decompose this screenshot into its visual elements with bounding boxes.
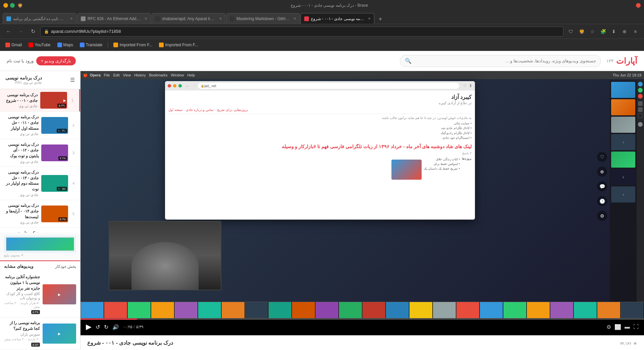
thumb-5[interactable] bbox=[198, 302, 221, 318]
menu-icon[interactable]: ≡ bbox=[631, 27, 640, 36]
playlist-ep-title-3: درک برنامه نویسی جادی - ۰۱۲ - آی پایتون … bbox=[4, 142, 39, 159]
inner-site-nav: پروژه‌هایی برای تفریح تماس و درباره جادی… bbox=[168, 108, 472, 112]
forward-button[interactable]: → bbox=[16, 27, 25, 36]
volume-button[interactable]: 🔊 bbox=[112, 324, 119, 330]
playlist-item-6[interactable]: 6 درک برنامه نویسی رسایی، جادی، هاه - دس… bbox=[0, 228, 80, 233]
thumb-12[interactable] bbox=[362, 302, 386, 318]
thumb-3[interactable] bbox=[151, 302, 174, 318]
thumb-19[interactable] bbox=[527, 302, 550, 318]
bookmark-imported-1[interactable]: Imported From F... bbox=[112, 42, 154, 48]
comment-icon[interactable]: 💬 bbox=[597, 181, 607, 191]
download-icon[interactable]: ⬇ bbox=[609, 27, 619, 36]
tab-close-tab1[interactable]: ✕ bbox=[70, 17, 73, 20]
bookmark-imported-2[interactable]: Imported From F... bbox=[158, 42, 199, 48]
thumb-20[interactable] bbox=[550, 302, 574, 318]
playlist-menu-icon[interactable]: ☰ bbox=[70, 77, 75, 83]
bookmark-gmail[interactable]: Gmail bbox=[4, 42, 23, 48]
save-later-icon[interactable]: 🕐 bbox=[597, 196, 607, 206]
reload-button[interactable]: ↻ bbox=[28, 27, 38, 36]
tab-tab1[interactable]: آموزش تایپ ده انگشتی برای برنامه✕ bbox=[3, 13, 76, 24]
thumb-8[interactable] bbox=[268, 302, 292, 318]
user-count: ۱۲۳ bbox=[606, 58, 613, 63]
bookmark-youtube[interactable]: YouTube bbox=[27, 42, 52, 48]
playlist-item-4[interactable]: 4 ۱۰:۵۸ درک برنامه نویسی جادی - ۰۱۳ - حل… bbox=[0, 167, 80, 200]
address-bar[interactable]: 🔒 aparat.com/v/r9MUu?playlist=71858 bbox=[40, 26, 564, 37]
thumb-14[interactable] bbox=[409, 302, 433, 318]
tab-close-tab3[interactable]: ✕ bbox=[219, 17, 222, 20]
close-button[interactable] bbox=[636, 3, 641, 8]
tab-close-tab5[interactable]: ✕ bbox=[368, 17, 371, 20]
tab-close-tab4[interactable]: ✕ bbox=[293, 17, 296, 20]
thumb-17[interactable] bbox=[480, 302, 503, 318]
extensions-icon[interactable]: 🧩 bbox=[598, 27, 608, 36]
tab-tab2[interactable]: RFC 826 - An Ethernet Address Re:✕ bbox=[77, 13, 151, 24]
settings-player-icon[interactable]: ⚙ bbox=[597, 211, 607, 221]
thumb-2[interactable] bbox=[127, 302, 151, 318]
thumb-13[interactable] bbox=[386, 302, 409, 318]
like-icon[interactable]: ♡ bbox=[597, 152, 607, 162]
playlist-info-3: درک برنامه نویسی جادی - ۰۱۲ - آی پایتون … bbox=[4, 142, 39, 164]
brave-shields-icon[interactable]: 🛡 bbox=[566, 27, 576, 36]
bookmark-maps[interactable]: Maps bbox=[56, 42, 74, 48]
inner-nav-item-2: تماس و درباره جادی bbox=[186, 108, 214, 112]
theater-icon[interactable]: ▬ bbox=[625, 324, 630, 330]
video-player: 🍎 Opera File Edit View History Bookmarks… bbox=[80, 71, 644, 302]
thumb-7[interactable] bbox=[245, 302, 268, 318]
thumb-23[interactable] bbox=[621, 302, 644, 318]
dislike-icon[interactable]: ⊕ bbox=[597, 167, 607, 177]
play-button[interactable]: ▶ bbox=[86, 323, 92, 331]
upload-button[interactable]: + بارگذاری ویدیو bbox=[36, 56, 76, 65]
login-button[interactable]: ورود یا ثبت نام bbox=[7, 58, 34, 63]
rec-stats-1: ۵۰ هزار بازدید · ۲۰ ساعت پیش bbox=[4, 301, 40, 308]
browser-titlebar: 🦁 درک برنامه نویسی جادی - ۰۰۱ - شروع - B… bbox=[0, 0, 644, 11]
inner-promo-image bbox=[391, 160, 422, 180]
macos-menu: Opera File Edit View History Bookmarks W… bbox=[90, 73, 195, 77]
forward-button[interactable]: ↻ bbox=[104, 324, 108, 330]
thumb-11[interactable] bbox=[339, 302, 362, 318]
search-bar[interactable]: 🔍 bbox=[400, 55, 601, 67]
maximize-button[interactable] bbox=[10, 3, 15, 8]
tab-tab3[interactable]: shabane/apd: Any Aparat link suc:✕ bbox=[152, 13, 225, 24]
quality-icon[interactable]: ⚙ bbox=[606, 324, 611, 330]
playlist-item-2[interactable]: 2 ۱۰:۴۱ درک برنامه نویسی جادی - ۰۱۱ - حل… bbox=[0, 112, 80, 139]
thumb-9[interactable] bbox=[292, 302, 315, 318]
brave-rewards-icon[interactable]: 🦁 bbox=[577, 27, 586, 36]
thumb-18[interactable] bbox=[503, 302, 527, 318]
bookmark-icon[interactable]: ☆ bbox=[588, 27, 597, 36]
thumb-4[interactable] bbox=[174, 302, 198, 318]
playlist-item-5[interactable]: 5 ۵:۴۵ درک برنامه نویسی جادی ۰۱۴ - آرایه… bbox=[0, 200, 80, 228]
tab-close-tab2[interactable]: ✕ bbox=[145, 17, 147, 20]
playlist-item-1[interactable]: 1 ۵:۴۹ ▶ درک برنامه نویسی جادی - ۰۰۱ - ش… bbox=[0, 89, 80, 112]
window-controls[interactable] bbox=[3, 3, 15, 8]
now-playing-icon: ▶ bbox=[63, 99, 66, 102]
main-content: ورود یا ثبت نام + بارگذاری ویدیو 🔍 ۱۲۳ آ… bbox=[0, 51, 644, 350]
tab-tab4[interactable]: Mastering Markdown - GitHub G:✕ bbox=[226, 13, 300, 24]
rec-item-1[interactable]: ▶ جشنواره آنلاین برنامه نویسی با ۱ میلیو… bbox=[0, 272, 80, 317]
rewind-button[interactable]: ↺ bbox=[96, 324, 100, 330]
zoom-icon[interactable]: ⊕ bbox=[620, 27, 629, 36]
person-silhouette bbox=[131, 242, 198, 290]
thumbstrip-items bbox=[80, 302, 644, 318]
playlist-item-3[interactable]: 3 ۷:۲۸ درک برنامه نویسی جادی - ۰۱۲ - آی … bbox=[0, 139, 80, 167]
fullscreen-icon[interactable]: ⛶ bbox=[633, 324, 639, 330]
playlist-ep-title-6: درک برنامه نویسی رسایی، جادی، هاه - دست bbox=[4, 230, 39, 233]
thumb-16[interactable] bbox=[456, 302, 480, 318]
thumb-0[interactable] bbox=[80, 302, 104, 318]
thumb-15[interactable] bbox=[433, 302, 456, 318]
video-title: درک برنامه نویسی جادی - ۰۰۱ - شروع bbox=[87, 340, 173, 346]
thumb-1[interactable] bbox=[104, 302, 127, 318]
ad-close-button[interactable]: × bbox=[21, 253, 23, 257]
miniplayer-icon[interactable]: ⬜ bbox=[614, 324, 621, 330]
thumb-10[interactable] bbox=[315, 302, 339, 318]
minimize-button[interactable] bbox=[3, 3, 8, 8]
back-button[interactable]: ← bbox=[4, 27, 13, 36]
progress-bar[interactable] bbox=[80, 318, 644, 320]
bookmark-translate[interactable]: Translate bbox=[78, 42, 104, 48]
search-input[interactable] bbox=[414, 58, 596, 63]
thumb-6[interactable] bbox=[221, 302, 245, 318]
tab-tab5[interactable]: درک برنامه نویسی جادی - ۰۰۱ - شروع✕ bbox=[301, 13, 374, 24]
rec-item-2[interactable]: ▶ برنامه نویسی را از کجا شروع کنم؟ سورس … bbox=[0, 317, 80, 350]
new-tab-button[interactable]: + bbox=[376, 14, 385, 24]
thumb-21[interactable] bbox=[574, 302, 597, 318]
thumb-22[interactable] bbox=[597, 302, 621, 318]
